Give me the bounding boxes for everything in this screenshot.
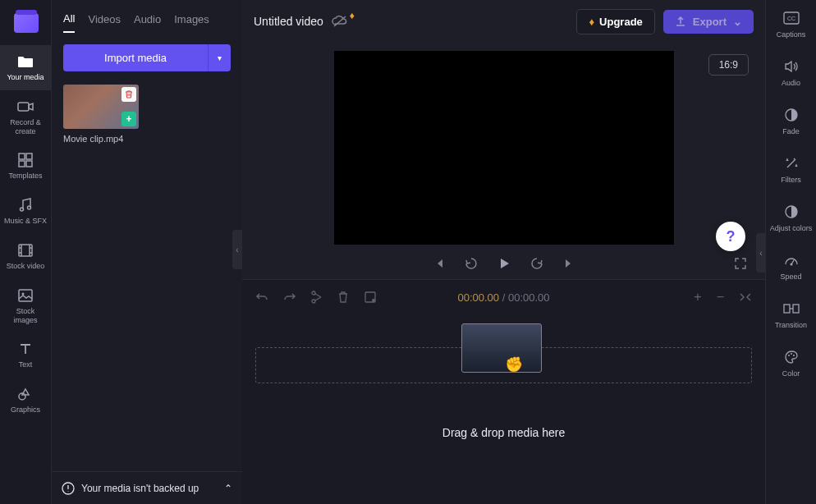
tab-videos[interactable]: Videos	[88, 13, 121, 32]
media-item[interactable]: + Movie clip.mp4	[63, 85, 139, 144]
svg-rect-23	[793, 305, 799, 313]
nav-label: Stock images	[3, 307, 48, 325]
skip-start-button[interactable]	[433, 257, 446, 270]
panel-label: Fade	[782, 127, 800, 135]
crop-button[interactable]	[364, 291, 377, 304]
svg-point-9	[22, 292, 25, 295]
svg-point-16	[372, 299, 375, 302]
image-icon	[17, 287, 34, 304]
svg-point-24	[788, 355, 790, 356]
timeline-drop-zone[interactable]: ✊	[255, 347, 752, 383]
svg-point-6	[28, 206, 31, 209]
trash-icon	[124, 89, 134, 99]
nav-label: Your media	[7, 73, 44, 82]
media-filename: Movie clip.mp4	[63, 134, 139, 144]
dragging-clip[interactable]: ✊	[461, 323, 542, 373]
nav-graphics[interactable]: Graphics	[0, 378, 51, 423]
diamond-badge-icon: ♦	[350, 10, 355, 21]
upgrade-label: Upgrade	[599, 16, 643, 28]
media-thumbnail[interactable]: +	[63, 85, 139, 129]
app-logo[interactable]	[0, 0, 52, 45]
split-button[interactable]	[311, 291, 323, 304]
panel-label: Adjust colors	[770, 224, 813, 232]
speaker-icon	[783, 58, 800, 75]
svg-rect-22	[784, 305, 790, 313]
delete-media-button[interactable]	[121, 87, 136, 102]
nav-your-media[interactable]: Your media	[0, 45, 51, 90]
tab-audio[interactable]: Audio	[134, 13, 161, 32]
undo-button[interactable]	[255, 291, 268, 303]
tab-images[interactable]: Images	[174, 13, 209, 32]
svg-rect-1	[19, 153, 25, 159]
import-media-dropdown[interactable]: ▾	[208, 44, 231, 71]
svg-rect-2	[26, 153, 32, 159]
nav-stock-video[interactable]: Stock video	[0, 234, 51, 279]
zoom-out-button[interactable]: −	[717, 290, 724, 305]
import-media-button[interactable]: Import media	[63, 44, 208, 71]
nav-label: Music & SFX	[4, 217, 47, 226]
play-button[interactable]	[497, 256, 511, 271]
rewind-button[interactable]	[464, 256, 479, 271]
transition-icon	[783, 300, 800, 317]
panel-speed[interactable]: Speed	[766, 242, 816, 291]
panel-label: Captions	[777, 30, 806, 39]
folder-icon	[17, 53, 34, 70]
skip-end-button[interactable]	[562, 257, 575, 270]
panel-label: Speed	[780, 273, 801, 281]
project-title[interactable]: Untitled video	[254, 15, 323, 28]
chevron-down-icon: ⌄	[733, 16, 742, 28]
panel-label: Filters	[781, 176, 801, 184]
shapes-icon	[17, 386, 34, 402]
add-to-timeline-button[interactable]: +	[121, 112, 136, 126]
upload-icon	[675, 16, 686, 27]
svg-point-25	[791, 353, 792, 355]
film-icon	[17, 242, 34, 259]
collapse-media-panel[interactable]: ‹	[232, 230, 242, 269]
export-label: Export	[693, 16, 727, 28]
tab-all[interactable]: All	[63, 12, 75, 33]
svg-rect-8	[19, 290, 32, 301]
nav-templates[interactable]: Templates	[0, 144, 51, 189]
contrast-icon	[783, 204, 800, 220]
forward-button[interactable]	[529, 256, 544, 271]
panel-transition[interactable]: Transition	[766, 291, 816, 339]
diamond-icon: ♦	[589, 16, 594, 28]
nav-text[interactable]: Text	[0, 332, 51, 378]
panel-label: Audio	[782, 79, 800, 87]
backup-notice-bar[interactable]: Your media isn't backed up ⌃	[52, 471, 242, 504]
nav-label: Record & create	[3, 118, 48, 136]
redo-button[interactable]	[283, 291, 296, 303]
nav-music-sfx[interactable]: Music & SFX	[0, 189, 51, 234]
zoom-in-button[interactable]: +	[694, 290, 701, 305]
svg-point-13	[312, 291, 315, 295]
svg-rect-4	[26, 161, 32, 167]
svg-point-14	[312, 300, 315, 303]
delete-button[interactable]	[337, 291, 349, 304]
fullscreen-button[interactable]	[734, 257, 747, 270]
export-button[interactable]: Export ⌄	[663, 10, 754, 34]
nav-label: Stock video	[7, 262, 45, 271]
fade-icon	[783, 107, 800, 123]
nav-label: Templates	[8, 172, 42, 181]
wand-icon	[783, 155, 800, 172]
timeline-timecode: 00:00.00 / 00:00.00	[457, 291, 549, 304]
panel-adjust-colors[interactable]: Adjust colors	[766, 194, 816, 242]
aspect-ratio-selector[interactable]: 16:9	[708, 54, 749, 76]
plus-icon: +	[126, 113, 131, 125]
captions-icon: CC	[783, 10, 800, 26]
upgrade-button[interactable]: ♦ Upgrade	[576, 9, 654, 34]
fit-timeline-button[interactable]	[739, 290, 752, 305]
video-preview	[334, 51, 674, 245]
gauge-icon	[783, 252, 800, 268]
panel-filters[interactable]: Filters	[766, 145, 816, 194]
panel-captions[interactable]: CC Captions	[766, 0, 816, 48]
nav-record-create[interactable]: Record & create	[0, 90, 51, 144]
chevron-down-icon: ▾	[218, 53, 222, 62]
panel-color[interactable]: Color	[766, 339, 816, 387]
panel-audio[interactable]: Audio	[766, 48, 816, 97]
text-icon	[17, 341, 34, 357]
panel-fade[interactable]: Fade	[766, 97, 816, 145]
panel-label: Transition	[775, 321, 807, 329]
cloud-sync-off-icon[interactable]: ♦	[332, 15, 348, 28]
nav-stock-images[interactable]: Stock images	[0, 279, 51, 333]
